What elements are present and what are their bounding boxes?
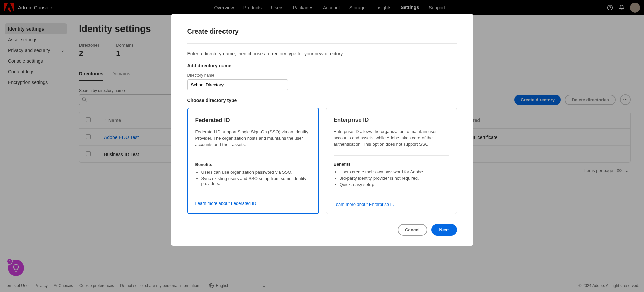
learn-more-federated-link[interactable]: Learn more about Federated ID bbox=[195, 201, 256, 206]
benefit-item: Users can use organization password via … bbox=[201, 170, 311, 175]
benefits-label: Benefits bbox=[195, 162, 311, 167]
directory-name-label: Directory name bbox=[187, 73, 457, 78]
modal-actions: Cancel Next bbox=[187, 224, 457, 236]
card-title: Federated ID bbox=[195, 117, 311, 124]
divider bbox=[334, 155, 449, 156]
cancel-button[interactable]: Cancel bbox=[398, 224, 427, 236]
add-name-heading: Add directory name bbox=[187, 63, 457, 68]
modal-title: Create directory bbox=[187, 27, 457, 44]
benefits-list: Users can use organization password via … bbox=[195, 170, 311, 186]
divider bbox=[195, 156, 311, 156]
option-enterprise-id[interactable]: Enterprise ID Enterprise ID allows the o… bbox=[326, 108, 457, 214]
benefit-item: Users create their own password for Adob… bbox=[340, 169, 449, 174]
next-button[interactable]: Next bbox=[431, 224, 457, 236]
card-title: Enterprise ID bbox=[334, 117, 449, 123]
option-federated-id[interactable]: Federated ID Federated ID support Single… bbox=[187, 108, 319, 214]
create-directory-modal: Create directory Enter a directory name,… bbox=[171, 14, 473, 246]
directory-name-input[interactable] bbox=[187, 79, 288, 90]
modal-overlay: Create directory Enter a directory name,… bbox=[0, 0, 644, 279]
directory-type-options: Federated ID Federated ID support Single… bbox=[187, 108, 457, 214]
benefit-item: 3rd-party identity provider is not requi… bbox=[340, 176, 449, 181]
choose-type-heading: Choose directory type bbox=[187, 98, 457, 103]
card-desc: Enterprise ID allows the organization to… bbox=[334, 129, 449, 148]
learn-more-enterprise-link[interactable]: Learn more about Enterprise ID bbox=[334, 202, 395, 207]
modal-intro: Enter a directory name, then choose a di… bbox=[187, 51, 457, 56]
benefits-label: Benefits bbox=[334, 162, 449, 167]
benefit-item: Sync existing users and SSO setup from s… bbox=[201, 176, 311, 186]
benefit-item: Quick, easy setup. bbox=[340, 182, 449, 187]
card-desc: Federated ID support Single Sign-On (SSO… bbox=[195, 129, 311, 148]
benefits-list: Users create their own password for Adob… bbox=[334, 169, 449, 187]
